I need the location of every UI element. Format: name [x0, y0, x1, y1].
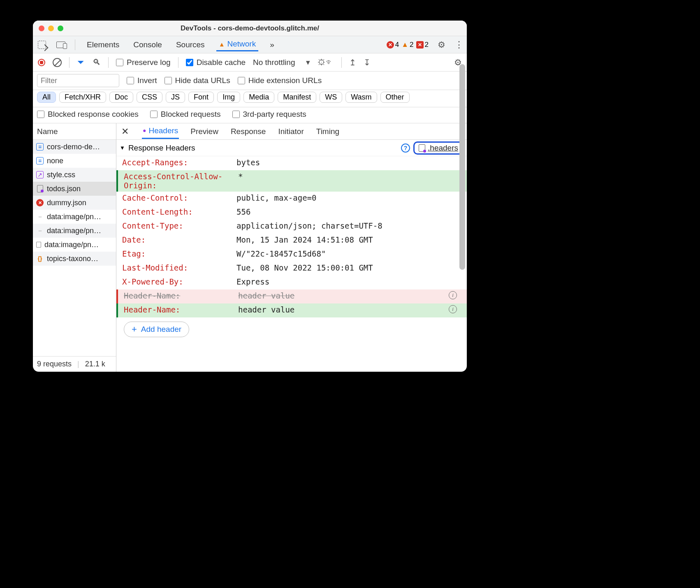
- tab-preview[interactable]: Preview: [190, 125, 219, 139]
- device-toggle-icon[interactable]: [56, 40, 66, 50]
- minimize-window-button[interactable]: [48, 25, 54, 31]
- invert-checkbox[interactable]: Invert: [127, 76, 157, 85]
- request-row[interactable]: data:image/pn…: [33, 238, 116, 252]
- header-value: Express: [236, 277, 467, 286]
- disable-cache-checkbox[interactable]: Disable cache: [186, 58, 246, 67]
- header-row: Cache-Control:public, max-age=0: [116, 192, 467, 206]
- close-window-button[interactable]: [39, 25, 44, 31]
- help-icon[interactable]: ?: [401, 144, 410, 153]
- issue-badges[interactable]: ✕4 ▲2 ✕2: [387, 41, 429, 49]
- tab-console[interactable]: Console: [131, 39, 165, 51]
- request-count: 9 requests: [37, 360, 72, 368]
- upload-icon[interactable]: ↥: [349, 58, 356, 67]
- preserve-log-checkbox[interactable]: Preserve log: [116, 58, 171, 67]
- name-column-header[interactable]: Name: [33, 123, 116, 140]
- blocked-count: 2: [425, 41, 429, 49]
- header-row: Header-Name:header valuei: [116, 303, 467, 317]
- type-chip-fetchxhr[interactable]: Fetch/XHR: [59, 92, 106, 103]
- type-chip-ws[interactable]: WS: [320, 92, 342, 103]
- tabs-overflow[interactable]: »: [267, 39, 277, 51]
- caret-down-icon: ▼: [120, 145, 125, 151]
- request-name: todos.json: [47, 185, 81, 193]
- record-button[interactable]: [38, 59, 45, 66]
- filter-input[interactable]: [37, 74, 119, 87]
- header-name: Content-Length:: [122, 207, 236, 216]
- request-row[interactable]: ↗style.css: [33, 168, 116, 182]
- headers-file-label: .headers: [428, 144, 458, 153]
- hide-extension-urls-checkbox[interactable]: Hide extension URLs: [238, 76, 322, 85]
- warning-icon: ▲: [401, 41, 408, 49]
- search-icon[interactable]: 🔍︎: [93, 58, 101, 67]
- close-details-button[interactable]: ✕: [119, 126, 131, 137]
- type-chip-all[interactable]: All: [37, 92, 56, 103]
- filter-toggle-icon[interactable]: ⏷: [77, 58, 85, 67]
- request-row[interactable]: --data:image/pn…: [33, 224, 116, 238]
- response-headers-list: Accept-Ranges:bytesAccess-Control-Allow-…: [116, 156, 467, 372]
- type-chip-font[interactable]: Font: [188, 92, 214, 103]
- request-row[interactable]: ≡none: [33, 154, 116, 168]
- download-icon[interactable]: ↧: [364, 58, 371, 67]
- tab-network[interactable]: Network: [216, 38, 259, 51]
- section-title: Response Headers: [128, 144, 195, 153]
- header-row: Content-Type:application/json; charset=U…: [116, 220, 467, 234]
- blocked-filters: Blocked response cookies Blocked request…: [33, 107, 467, 123]
- more-menu-icon[interactable]: ⋮: [454, 39, 463, 50]
- type-chip-doc[interactable]: Doc: [109, 92, 133, 103]
- type-chip-img[interactable]: Img: [217, 92, 240, 103]
- network-conditions-icon[interactable]: ⚙ᯤ: [318, 58, 334, 67]
- error-count: 4: [395, 41, 399, 49]
- type-chip-media[interactable]: Media: [243, 92, 274, 103]
- header-value: Mon, 15 Jan 2024 14:51:08 GMT: [236, 235, 467, 244]
- headers-file-button[interactable]: .headers: [413, 141, 464, 155]
- type-chip-wasm[interactable]: Wasm: [345, 92, 377, 103]
- tab-timing[interactable]: Timing: [315, 125, 340, 139]
- request-name: data:image/pn…: [44, 241, 99, 249]
- zoom-window-button[interactable]: [58, 25, 63, 31]
- request-name: data:image/pn…: [47, 213, 101, 221]
- info-icon[interactable]: i: [449, 305, 457, 313]
- header-name: Etag:: [122, 249, 236, 258]
- blocked-response-cookies-checkbox[interactable]: Blocked response cookies: [37, 110, 139, 119]
- request-name: none: [47, 157, 63, 165]
- request-row[interactable]: ✕dummy.json: [33, 196, 116, 210]
- request-row[interactable]: ≡cors-demo-de…: [33, 140, 116, 154]
- network-toolbar: ⏷ 🔍︎ Preserve log Disable cache No throt…: [33, 53, 467, 72]
- main-split: Name ≡cors-demo-de…≡none↗style.csstodos.…: [33, 123, 467, 372]
- request-name: data:image/pn…: [47, 227, 101, 235]
- type-chip-other[interactable]: Other: [380, 92, 410, 103]
- tab-elements[interactable]: Elements: [84, 39, 122, 51]
- header-value: header value: [238, 291, 467, 300]
- response-headers-section[interactable]: ▼ Response Headers ? .headers: [116, 140, 467, 156]
- type-chip-css[interactable]: CSS: [137, 92, 162, 103]
- throttling-select[interactable]: No throttling ▾: [253, 58, 310, 67]
- header-name: Cache-Control:: [122, 193, 236, 202]
- request-list: ≡cors-demo-de…≡none↗style.csstodos.json✕…: [33, 140, 116, 356]
- blocked-requests-checkbox[interactable]: Blocked requests: [150, 110, 221, 119]
- request-row[interactable]: --data:image/pn…: [33, 210, 116, 224]
- tab-sources[interactable]: Sources: [174, 39, 207, 51]
- type-chip-manifest[interactable]: Manifest: [278, 92, 316, 103]
- tab-initiator[interactable]: Initiator: [277, 125, 304, 139]
- header-value: W/"22c-18457c15d68": [236, 249, 467, 258]
- request-name: style.css: [47, 171, 75, 179]
- inspect-element-icon[interactable]: [37, 40, 47, 50]
- header-name: Date:: [122, 235, 236, 244]
- tab-response[interactable]: Response: [230, 125, 267, 139]
- separator: [75, 39, 75, 50]
- clear-button[interactable]: [53, 58, 62, 67]
- header-name: Header-Name:: [124, 291, 238, 300]
- settings-icon[interactable]: ⚙: [438, 40, 445, 50]
- type-chip-js[interactable]: JS: [166, 92, 185, 103]
- blocked-icon: ✕: [416, 41, 424, 49]
- info-icon[interactable]: i: [449, 291, 457, 299]
- tab-headers[interactable]: Headers: [142, 124, 179, 139]
- hide-data-urls-checkbox[interactable]: Hide data URLs: [165, 76, 230, 85]
- request-row[interactable]: {}topics-taxono…: [33, 252, 116, 266]
- header-row: Content-Length:556: [116, 206, 467, 220]
- header-row: Header-Name:header valuei: [116, 289, 467, 303]
- scrollbar[interactable]: [459, 64, 465, 270]
- request-row[interactable]: todos.json: [33, 182, 116, 196]
- third-party-requests-checkbox[interactable]: 3rd-party requests: [232, 110, 306, 119]
- header-name: Accept-Ranges:: [122, 158, 236, 167]
- add-header-button[interactable]: +Add header: [124, 322, 189, 337]
